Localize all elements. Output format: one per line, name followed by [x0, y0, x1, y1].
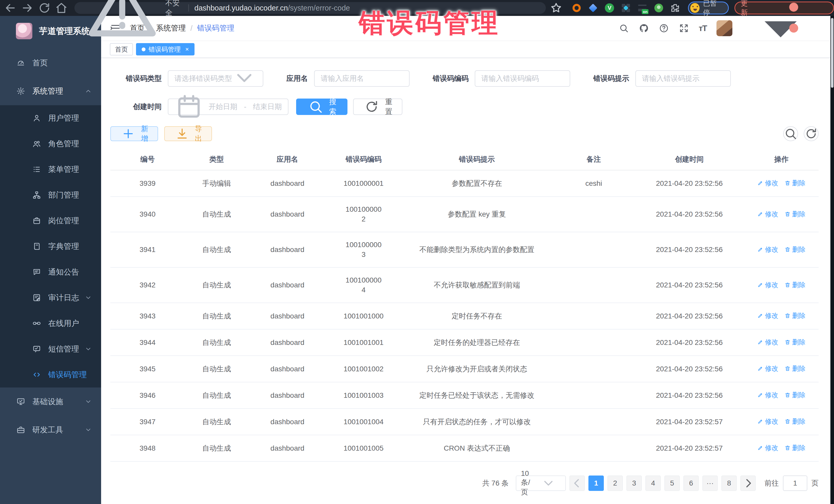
browser-forward-icon[interactable] — [21, 1, 34, 15]
not-secure-badge[interactable]: 不安全 — [82, 0, 183, 48]
error-hint-input[interactable] — [642, 74, 724, 83]
sidebar-item-label: 字典管理 — [48, 241, 92, 252]
sidebar-item-post[interactable]: 岗位管理 — [0, 208, 101, 234]
sidebar-item-audit[interactable]: 审计日志 — [0, 285, 101, 310]
delete-link[interactable]: 删除 — [785, 209, 806, 219]
edit-link[interactable]: 修改 — [757, 311, 778, 321]
browser-back-icon[interactable] — [4, 1, 17, 15]
browser-reload-icon[interactable] — [38, 1, 51, 15]
cell-msg: 参数配置 key 重复 — [401, 197, 553, 232]
sidebar-item-dept[interactable]: 部门管理 — [0, 182, 101, 208]
tab-close-icon[interactable]: × — [185, 46, 189, 53]
page-button-1[interactable]: 1 — [588, 476, 604, 491]
sidebar-item-users[interactable]: 角色管理 — [0, 131, 101, 156]
browser-update-button[interactable]: 更新 — [734, 2, 834, 14]
delete-link[interactable]: 删除 — [785, 280, 806, 290]
page-size-select[interactable]: 10条/页 — [516, 476, 566, 491]
page-scrollbar[interactable] — [830, 16, 834, 504]
delete-link[interactable]: 删除 — [785, 416, 806, 426]
sidebar-item-online[interactable]: 在线用户 — [0, 310, 101, 336]
table-row: 3940自动生成dashboard100100000 2参数配置 key 重复2… — [110, 197, 819, 232]
delete-link[interactable]: 删除 — [785, 390, 806, 400]
cell-app: dashboard — [248, 170, 326, 197]
add-button[interactable]: 新增 — [110, 126, 158, 141]
page-button-3[interactable]: 3 — [627, 476, 642, 491]
edit-link[interactable]: 修改 — [757, 416, 778, 426]
cell-app: dashboard — [248, 329, 326, 356]
user-avatar[interactable] — [717, 20, 732, 36]
notice-icon — [32, 268, 41, 277]
extension-on-icon[interactable]: on — [637, 3, 648, 13]
edit-link[interactable]: 修改 — [757, 245, 778, 254]
page-button-4[interactable]: 4 — [645, 476, 661, 491]
browser-profile-button[interactable]: 已暂停 — [688, 2, 728, 14]
toggle-search-button[interactable] — [783, 126, 798, 141]
sidebar-item-menu[interactable]: 菜单管理 — [0, 156, 101, 182]
cell-msg: 定时任务不存在 — [401, 303, 553, 329]
extension-gem-icon[interactable] — [588, 3, 598, 13]
next-page-button[interactable] — [740, 476, 756, 491]
date-range-picker[interactable]: 开始日期 - 结束日期 — [168, 98, 288, 115]
delete-link[interactable]: 删除 — [785, 337, 806, 347]
pencil-icon — [757, 180, 764, 186]
browser-home-icon[interactable] — [54, 1, 68, 15]
edit-link[interactable]: 修改 — [757, 443, 778, 453]
delete-link[interactable]: 删除 — [785, 245, 806, 254]
page-button-5[interactable]: 5 — [664, 476, 680, 491]
extension-v-icon[interactable]: V — [604, 3, 615, 13]
edit-link[interactable]: 修改 — [757, 364, 778, 373]
delete-link[interactable]: 删除 — [785, 178, 806, 188]
github-icon[interactable] — [639, 23, 649, 34]
export-button[interactable]: 导出 — [164, 126, 212, 141]
goto-page-input[interactable] — [783, 476, 807, 491]
font-size-icon[interactable]: ᴛT — [699, 24, 707, 33]
extension-key-icon[interactable] — [654, 3, 664, 13]
scrollbar-thumb[interactable] — [831, 18, 833, 88]
error-code-input[interactable] — [481, 74, 564, 83]
sidebar-item-code[interactable]: 错误码管理 — [0, 362, 101, 388]
app-name-input[interactable] — [321, 74, 403, 83]
pagination-ellipsis[interactable]: ··· — [702, 476, 718, 491]
delete-link[interactable]: 删除 — [785, 311, 806, 321]
extensions-puzzle-icon[interactable] — [670, 3, 680, 13]
page-button-8[interactable]: 8 — [721, 476, 737, 491]
column-header: 编号 — [110, 150, 185, 170]
extension-grid-icon[interactable] — [621, 3, 631, 13]
page-button-6[interactable]: 6 — [683, 476, 699, 491]
edit-link[interactable]: 修改 — [757, 209, 778, 219]
edit-link[interactable]: 修改 — [757, 337, 778, 347]
extension-ring-icon[interactable] — [571, 3, 582, 13]
help-icon[interactable] — [659, 23, 669, 34]
reset-button[interactable]: 重置 — [353, 98, 402, 115]
fullscreen-icon[interactable] — [679, 23, 689, 34]
sidebar-item-dashboard[interactable]: 首页 — [0, 49, 101, 77]
edit-link[interactable]: 修改 — [757, 280, 778, 290]
header-search-icon[interactable] — [619, 23, 629, 34]
bookmark-star-icon[interactable] — [549, 1, 563, 15]
edit-link[interactable]: 修改 — [757, 178, 778, 188]
sidebar-item-sms[interactable]: 短信管理 — [0, 336, 101, 362]
cell-time: 2021-04-20 23:52:56 — [634, 170, 744, 197]
annotation-overlay: 错误码管理 — [359, 6, 500, 41]
table-row: 3946自动生成dashboard1001001003定时任务已经处于该状态，无… — [110, 382, 819, 409]
sidebar-item-tool[interactable]: 研发工具 — [0, 416, 101, 444]
search-button[interactable]: 搜索 — [296, 98, 348, 115]
page-button-2[interactable]: 2 — [608, 476, 623, 491]
delete-link[interactable]: 删除 — [785, 364, 806, 373]
refresh-table-button[interactable] — [804, 126, 819, 141]
error-type-select[interactable]: 请选择错误码类型 — [168, 70, 263, 87]
sidebar-item-notice[interactable]: 通知公告 — [0, 259, 101, 285]
edit-link[interactable]: 修改 — [757, 390, 778, 400]
prev-page-button[interactable] — [569, 476, 585, 491]
browser-menu-icon[interactable] — [758, 0, 830, 45]
chevron-down-icon — [536, 476, 561, 490]
cell-actions: 修改删除 — [744, 435, 819, 461]
cell-time: 2021-04-20 23:52:56 — [634, 382, 744, 409]
sidebar-item-gear[interactable]: 系统管理 — [0, 77, 101, 105]
delete-link[interactable]: 删除 — [785, 443, 806, 453]
sidebar-item-user[interactable]: 用户管理 — [0, 105, 101, 131]
sidebar-item-dict[interactable]: 字典管理 — [0, 234, 101, 259]
cell-actions: 修改删除 — [744, 303, 819, 329]
cell-msg: 定时任务的处理器已经存在 — [401, 329, 553, 356]
sidebar-item-infra[interactable]: 基础设施 — [0, 388, 101, 416]
